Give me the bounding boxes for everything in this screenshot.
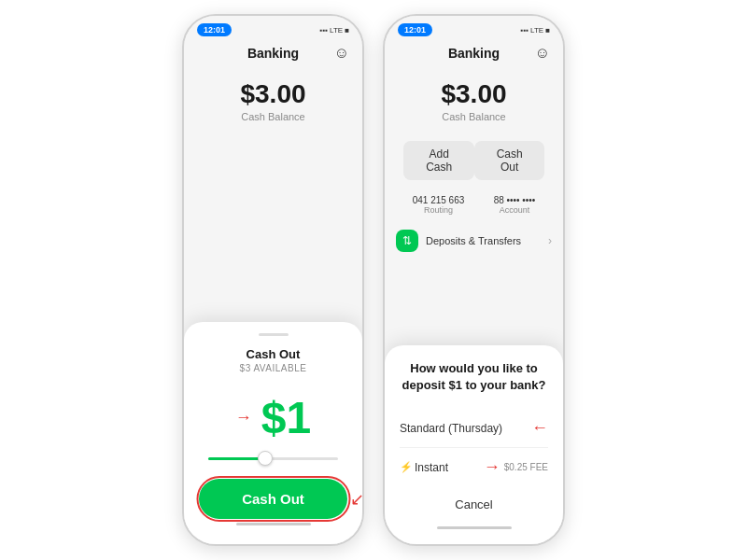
routing-label: Routing <box>413 205 465 215</box>
transfers-icon: ⇅ <box>396 230 418 252</box>
battery-icon-left: ■ <box>345 26 349 35</box>
home-indicator-left <box>236 523 311 525</box>
header-right: Banking ☺ <box>385 40 563 66</box>
balance-label-right: Cash Balance <box>442 111 506 122</box>
slider-track <box>208 457 338 460</box>
cashout-amount: $1 <box>261 392 311 443</box>
header-left: Banking ☺ <box>184 40 362 66</box>
main-container: 12:01 ▪▪▪ LTE ■ Banking ☺ $3.00 Cash Bal… <box>173 5 574 555</box>
account-label: Account <box>494 205 536 215</box>
instant-label: Instant <box>415 461 484 474</box>
routing-item: 041 215 663 Routing <box>413 195 465 215</box>
action-buttons: Add Cash Cash Out <box>385 133 563 188</box>
profile-icon-left[interactable]: ☺ <box>334 45 349 62</box>
add-cash-button[interactable]: Add Cash <box>403 141 474 180</box>
standard-arrow-annotation: ← <box>531 418 548 438</box>
header-title-right: Banking <box>448 46 500 61</box>
standard-option[interactable]: Standard (Thursday) ← <box>400 409 548 448</box>
deposits-row[interactable]: ⇅ Deposits & Transfers › <box>385 222 563 259</box>
balance-section-right: $3.00 Cash Balance <box>385 66 563 133</box>
balance-section-left: $3.00 Cash Balance <box>184 66 362 133</box>
cancel-button[interactable]: Cancel <box>400 486 548 523</box>
instant-option[interactable]: ⚡ Instant → $0.25 FEE <box>400 448 548 486</box>
status-bar-right: 12:01 ▪▪▪ LTE ■ <box>385 16 563 40</box>
signal-icon-left: ▪▪▪ <box>320 26 329 35</box>
status-time-right: 12:01 <box>398 23 432 36</box>
phone-left: 12:01 ▪▪▪ LTE ■ Banking ☺ $3.00 Cash Bal… <box>182 14 364 546</box>
sheet-title: Cash Out <box>199 347 347 361</box>
lte-label-right: LTE <box>530 26 543 35</box>
header-title-left: Banking <box>247 46 299 61</box>
signal-icon-right: ▪▪▪ <box>521 26 529 35</box>
sheet-handle <box>259 333 289 336</box>
instant-fee: $0.25 FEE <box>504 462 548 472</box>
status-time-left: 12:01 <box>197 23 232 36</box>
amount-display: → $1 <box>199 373 347 457</box>
home-indicator-right <box>437 526 512 529</box>
bank-info: 041 215 663 Routing 88 •••• •••• Account <box>385 188 563 222</box>
balance-amount-right: $3.00 <box>441 79 506 109</box>
balance-amount-left: $3.00 <box>240 79 305 109</box>
account-item: 88 •••• •••• Account <box>494 195 536 215</box>
account-value: 88 •••• •••• <box>494 195 536 205</box>
annotation-arrow-left: → <box>235 408 252 427</box>
deposit-sheet-title: How would you like to deposit $1 to your… <box>400 360 548 394</box>
standard-label: Standard (Thursday) <box>400 422 531 435</box>
deposit-title-text: How would you like to deposit $1 to your… <box>402 361 546 392</box>
slider-container[interactable] <box>199 457 347 479</box>
cash-out-sheet: Cash Out $3 AVAILABLE → $1 Cash Out ↙ <box>184 322 362 544</box>
balance-label-left: Cash Balance <box>241 111 305 122</box>
cash-out-btn-wrapper: Cash Out ↙ <box>199 479 347 519</box>
phone-right: 12:01 ▪▪▪ LTE ■ Banking ☺ $3.00 Cash Bal… <box>383 14 565 546</box>
profile-icon-right[interactable]: ☺ <box>535 45 550 62</box>
lte-label-left: LTE <box>330 26 343 35</box>
cash-out-button-right[interactable]: Cash Out <box>474 141 544 180</box>
status-bar-left: 12:01 ▪▪▪ LTE ■ <box>184 16 362 40</box>
routing-value: 041 215 663 <box>413 195 465 205</box>
status-icons-left: ▪▪▪ LTE ■ <box>320 26 349 35</box>
slider-fill <box>208 457 261 460</box>
deposits-label: Deposits & Transfers <box>426 235 541 246</box>
lightning-icon: ⚡ <box>400 461 413 473</box>
chevron-right-icon: › <box>548 234 552 247</box>
cash-out-button[interactable]: Cash Out <box>199 479 347 519</box>
instant-arrow-annotation: → <box>484 457 500 477</box>
btn-arrow-annotation: ↙ <box>350 489 364 510</box>
battery-icon-right: ■ <box>545 26 550 35</box>
sheet-subtitle: $3 AVAILABLE <box>199 363 347 373</box>
status-icons-right: ▪▪▪ LTE ■ <box>521 26 550 35</box>
deposit-sheet: How would you like to deposit $1 to your… <box>385 345 563 544</box>
slider-thumb[interactable] <box>258 451 273 466</box>
